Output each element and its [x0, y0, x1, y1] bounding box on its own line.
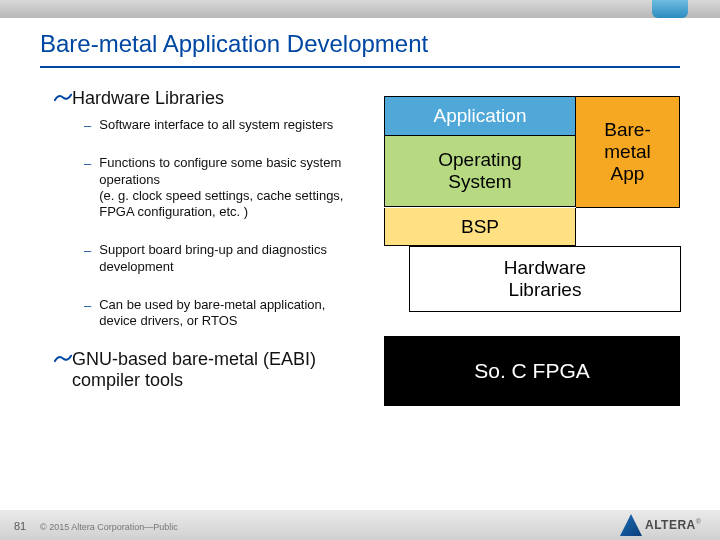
- diagram-col-right: Bare- metal App: [576, 96, 680, 208]
- top-bar: [0, 0, 720, 18]
- content-panel: Hardware Libraries – Software interface …: [54, 88, 354, 399]
- slide-title: Bare-metal Application Development: [40, 30, 428, 58]
- bullet-gnu-tools: GNU-based bare-metal (EABI) compiler too…: [54, 349, 354, 391]
- logo-text: ALTERA®: [645, 518, 701, 532]
- altera-logo: ALTERA®: [620, 513, 708, 537]
- sub-bullet: – Support board bring-up and diagnostics…: [84, 242, 354, 275]
- top-accent: [652, 0, 688, 18]
- bullet-text: Hardware Libraries: [72, 88, 224, 109]
- bullet-hardware-libraries: Hardware Libraries: [54, 88, 354, 109]
- wave-bullet-icon: [54, 92, 72, 103]
- logo-triangle-icon: [620, 514, 642, 536]
- box-bsp: BSP: [384, 208, 576, 246]
- dash-icon: –: [84, 156, 91, 171]
- dash-icon: –: [84, 298, 91, 313]
- diagram-row-top: Application Operating System Bare- metal…: [384, 96, 682, 208]
- sub-bullet-text: Software interface to all system registe…: [99, 117, 333, 133]
- diagram-col-left: Application Operating System: [384, 96, 576, 208]
- copyright-text: © 2015 Altera Corporation—Public: [40, 522, 178, 532]
- box-baremetal-app: Bare- metal App: [576, 96, 680, 208]
- wave-bullet-icon: [54, 353, 72, 364]
- box-soc-fpga: So. C FPGA: [384, 336, 680, 406]
- sub-bullet: – Functions to configure some basic syst…: [84, 155, 354, 220]
- box-application: Application: [384, 96, 576, 136]
- sub-bullet-text: Support board bring-up and diagnostics d…: [99, 242, 354, 275]
- sub-bullet: – Software interface to all system regis…: [84, 117, 354, 133]
- dash-icon: –: [84, 118, 91, 133]
- page-number: 81: [14, 520, 26, 532]
- title-rule: [40, 66, 680, 68]
- sub-bullet-text: Functions to configure some basic system…: [99, 155, 354, 220]
- sub-bullet-text: Can be used by bare-metal application, d…: [99, 297, 354, 330]
- bullet-text: GNU-based bare-metal (EABI) compiler too…: [72, 349, 354, 391]
- sub-bullet: – Can be used by bare-metal application,…: [84, 297, 354, 330]
- stack-diagram: Application Operating System Bare- metal…: [384, 96, 682, 406]
- slide: Bare-metal Application Development Hardw…: [0, 0, 720, 540]
- dash-icon: –: [84, 243, 91, 258]
- box-hardware-libraries: Hardware Libraries: [409, 246, 681, 312]
- box-operating-system: Operating System: [384, 136, 576, 207]
